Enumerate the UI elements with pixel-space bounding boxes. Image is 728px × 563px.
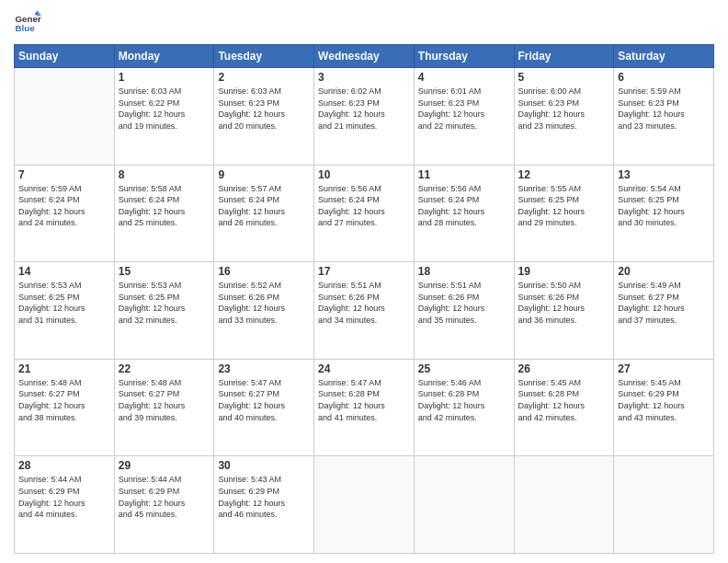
day-cell: 26Sunrise: 5:45 AM Sunset: 6:28 PM Dayli…	[514, 359, 614, 456]
day-info: Sunrise: 5:57 AM Sunset: 6:24 PM Dayligh…	[218, 183, 310, 229]
week-row-4: 21Sunrise: 5:48 AM Sunset: 6:27 PM Dayli…	[15, 359, 714, 456]
week-row-1: 1Sunrise: 6:03 AM Sunset: 6:22 PM Daylig…	[15, 68, 714, 166]
day-info: Sunrise: 6:00 AM Sunset: 6:23 PM Dayligh…	[518, 86, 610, 132]
day-info: Sunrise: 5:53 AM Sunset: 6:25 PM Dayligh…	[119, 280, 210, 326]
day-cell: 21Sunrise: 5:48 AM Sunset: 6:27 PM Dayli…	[15, 359, 115, 456]
day-info: Sunrise: 5:49 AM Sunset: 6:27 PM Dayligh…	[618, 280, 710, 326]
day-info: Sunrise: 5:53 AM Sunset: 6:25 PM Dayligh…	[18, 280, 110, 326]
day-info: Sunrise: 5:47 AM Sunset: 6:27 PM Dayligh…	[218, 377, 310, 423]
day-number: 9	[218, 168, 310, 181]
day-cell: 28Sunrise: 5:44 AM Sunset: 6:29 PM Dayli…	[15, 456, 115, 554]
day-cell: 8Sunrise: 5:58 AM Sunset: 6:24 PM Daylig…	[114, 165, 214, 262]
day-info: Sunrise: 5:47 AM Sunset: 6:28 PM Dayligh…	[318, 377, 410, 423]
day-number: 14	[18, 265, 110, 278]
day-info: Sunrise: 5:52 AM Sunset: 6:26 PM Dayligh…	[218, 280, 310, 326]
day-cell: 3Sunrise: 6:02 AM Sunset: 6:23 PM Daylig…	[314, 68, 415, 166]
day-cell: 9Sunrise: 5:57 AM Sunset: 6:24 PM Daylig…	[214, 165, 314, 262]
day-number: 8	[119, 168, 210, 181]
day-cell	[514, 456, 614, 554]
day-cell: 12Sunrise: 5:55 AM Sunset: 6:25 PM Dayli…	[514, 165, 614, 262]
day-info: Sunrise: 5:56 AM Sunset: 6:24 PM Dayligh…	[418, 183, 510, 229]
day-cell	[15, 68, 115, 166]
page: General Blue SundayMondayTuesdayWednesda…	[0, 0, 728, 563]
day-cell: 19Sunrise: 5:50 AM Sunset: 6:26 PM Dayli…	[514, 262, 614, 360]
day-number: 7	[18, 168, 110, 181]
svg-text:Blue: Blue	[16, 23, 36, 33]
day-number: 15	[119, 265, 210, 278]
day-info: Sunrise: 6:02 AM Sunset: 6:23 PM Dayligh…	[318, 86, 410, 132]
day-info: Sunrise: 5:59 AM Sunset: 6:23 PM Dayligh…	[618, 86, 710, 132]
day-cell: 11Sunrise: 5:56 AM Sunset: 6:24 PM Dayli…	[414, 165, 514, 262]
day-cell	[414, 456, 514, 554]
calendar-header-row: SundayMondayTuesdayWednesdayThursdayFrid…	[15, 45, 714, 68]
day-cell: 16Sunrise: 5:52 AM Sunset: 6:26 PM Dayli…	[214, 262, 314, 360]
day-number: 29	[119, 459, 210, 472]
day-cell: 22Sunrise: 5:48 AM Sunset: 6:27 PM Dayli…	[114, 359, 214, 456]
day-number: 17	[318, 265, 410, 278]
day-cell: 7Sunrise: 5:59 AM Sunset: 6:24 PM Daylig…	[15, 165, 115, 262]
day-number: 28	[18, 459, 110, 472]
day-number: 21	[18, 362, 110, 375]
day-cell: 18Sunrise: 5:51 AM Sunset: 6:26 PM Dayli…	[414, 262, 514, 360]
day-cell: 25Sunrise: 5:46 AM Sunset: 6:28 PM Dayli…	[414, 359, 514, 456]
col-header-wednesday: Wednesday	[314, 45, 415, 68]
day-cell: 6Sunrise: 5:59 AM Sunset: 6:23 PM Daylig…	[614, 68, 714, 166]
day-number: 23	[218, 362, 310, 375]
day-cell: 10Sunrise: 5:56 AM Sunset: 6:24 PM Dayli…	[314, 165, 415, 262]
day-number: 6	[618, 71, 710, 84]
day-info: Sunrise: 6:03 AM Sunset: 6:23 PM Dayligh…	[218, 86, 310, 132]
day-number: 11	[418, 168, 510, 181]
day-info: Sunrise: 5:51 AM Sunset: 6:26 PM Dayligh…	[318, 280, 410, 326]
day-cell: 15Sunrise: 5:53 AM Sunset: 6:25 PM Dayli…	[114, 262, 214, 360]
col-header-thursday: Thursday	[414, 45, 514, 68]
day-info: Sunrise: 5:45 AM Sunset: 6:29 PM Dayligh…	[618, 377, 710, 423]
day-cell: 29Sunrise: 5:44 AM Sunset: 6:29 PM Dayli…	[114, 456, 214, 554]
logo-icon: General Blue	[14, 9, 41, 37]
col-header-friday: Friday	[514, 45, 614, 68]
day-cell: 23Sunrise: 5:47 AM Sunset: 6:27 PM Dayli…	[214, 359, 314, 456]
day-info: Sunrise: 5:43 AM Sunset: 6:29 PM Dayligh…	[218, 474, 310, 520]
day-info: Sunrise: 5:44 AM Sunset: 6:29 PM Dayligh…	[18, 474, 110, 520]
day-cell	[314, 456, 415, 554]
day-info: Sunrise: 6:03 AM Sunset: 6:22 PM Dayligh…	[119, 86, 210, 132]
day-cell: 30Sunrise: 5:43 AM Sunset: 6:29 PM Dayli…	[214, 456, 314, 554]
day-number: 22	[119, 362, 210, 375]
day-cell: 27Sunrise: 5:45 AM Sunset: 6:29 PM Dayli…	[614, 359, 714, 456]
day-cell: 2Sunrise: 6:03 AM Sunset: 6:23 PM Daylig…	[214, 68, 314, 166]
day-number: 27	[618, 362, 710, 375]
week-row-2: 7Sunrise: 5:59 AM Sunset: 6:24 PM Daylig…	[15, 165, 714, 262]
day-number: 26	[518, 362, 610, 375]
day-number: 3	[318, 71, 410, 84]
day-number: 18	[418, 265, 510, 278]
day-info: Sunrise: 5:48 AM Sunset: 6:27 PM Dayligh…	[119, 377, 210, 423]
calendar: SundayMondayTuesdayWednesdayThursdayFrid…	[14, 44, 714, 554]
day-number: 30	[218, 459, 310, 472]
day-number: 24	[318, 362, 410, 375]
day-number: 5	[518, 71, 610, 84]
header: General Blue	[14, 9, 714, 37]
day-cell: 17Sunrise: 5:51 AM Sunset: 6:26 PM Dayli…	[314, 262, 415, 360]
day-info: Sunrise: 5:56 AM Sunset: 6:24 PM Dayligh…	[318, 183, 410, 229]
day-cell	[614, 456, 714, 554]
day-number: 13	[618, 168, 710, 181]
day-info: Sunrise: 5:44 AM Sunset: 6:29 PM Dayligh…	[119, 474, 210, 520]
logo: General Blue	[14, 9, 41, 37]
day-info: Sunrise: 5:55 AM Sunset: 6:25 PM Dayligh…	[518, 183, 610, 229]
day-info: Sunrise: 6:01 AM Sunset: 6:23 PM Dayligh…	[418, 86, 510, 132]
day-cell: 4Sunrise: 6:01 AM Sunset: 6:23 PM Daylig…	[414, 68, 514, 166]
day-cell: 5Sunrise: 6:00 AM Sunset: 6:23 PM Daylig…	[514, 68, 614, 166]
day-cell: 24Sunrise: 5:47 AM Sunset: 6:28 PM Dayli…	[314, 359, 415, 456]
day-info: Sunrise: 5:50 AM Sunset: 6:26 PM Dayligh…	[518, 280, 610, 326]
day-number: 12	[518, 168, 610, 181]
day-number: 4	[418, 71, 510, 84]
col-header-saturday: Saturday	[614, 45, 714, 68]
day-number: 20	[618, 265, 710, 278]
col-header-sunday: Sunday	[15, 45, 115, 68]
day-info: Sunrise: 5:46 AM Sunset: 6:28 PM Dayligh…	[418, 377, 510, 423]
day-info: Sunrise: 5:54 AM Sunset: 6:25 PM Dayligh…	[618, 183, 710, 229]
day-number: 10	[318, 168, 410, 181]
day-cell: 20Sunrise: 5:49 AM Sunset: 6:27 PM Dayli…	[614, 262, 714, 360]
day-info: Sunrise: 5:58 AM Sunset: 6:24 PM Dayligh…	[119, 183, 210, 229]
day-cell: 1Sunrise: 6:03 AM Sunset: 6:22 PM Daylig…	[114, 68, 214, 166]
day-number: 25	[418, 362, 510, 375]
